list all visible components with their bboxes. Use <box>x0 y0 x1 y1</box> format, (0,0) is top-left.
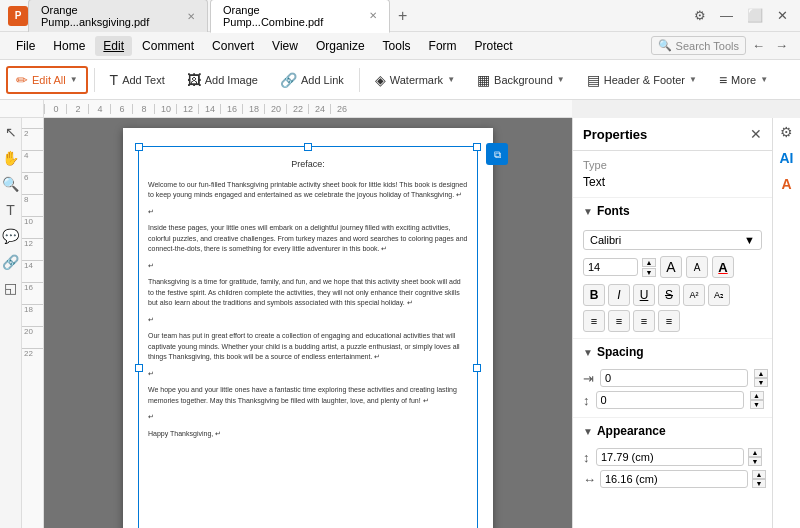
tool-cursor[interactable]: ↖ <box>3 122 19 142</box>
doc-para-6: ↵ <box>148 315 468 326</box>
tool-link[interactable]: 🔗 <box>0 252 21 272</box>
ruler-v-14: 14 <box>22 260 43 282</box>
bold-btn[interactable]: B <box>583 284 605 306</box>
more-button[interactable]: ≡ More ▼ <box>710 67 777 93</box>
add-link-icon: 🔗 <box>280 72 297 88</box>
win-minimize[interactable]: — <box>716 6 737 25</box>
font-size-input[interactable] <box>583 258 638 276</box>
height-input[interactable] <box>596 448 744 466</box>
window-controls: ⚙ — ⬜ ✕ <box>690 6 792 25</box>
underline-btn[interactable]: U <box>633 284 655 306</box>
menu-tools[interactable]: Tools <box>375 36 419 56</box>
font-color-btn[interactable]: A <box>712 256 734 278</box>
menu-back[interactable]: ← <box>748 36 769 55</box>
menu-comment[interactable]: Comment <box>134 36 202 56</box>
align-left-btn[interactable]: ≡ <box>583 310 605 332</box>
tool-hand[interactable]: ✋ <box>0 148 21 168</box>
tab-2[interactable]: Orange Pump...Combine.pdf ✕ <box>210 0 390 33</box>
win-close[interactable]: ✕ <box>773 6 792 25</box>
font-name-select[interactable]: Calibri ▼ <box>583 230 762 250</box>
handle-tr[interactable] <box>473 143 481 151</box>
doc-para-5: Thanksgiving is a time for gratitude, fa… <box>148 277 468 309</box>
italic-btn[interactable]: I <box>608 284 630 306</box>
content-area[interactable]: ⧉ Preface: Welcome to our fun-filled Tha… <box>44 118 572 528</box>
ruler-horizontal: 0 2 4 6 8 10 12 14 16 18 20 22 24 26 <box>44 100 572 118</box>
menu-forward[interactable]: → <box>771 36 792 55</box>
menu-edit[interactable]: Edit <box>95 36 132 56</box>
copy-icon[interactable]: ⧉ <box>486 143 508 165</box>
indent-left-input[interactable] <box>600 369 748 387</box>
tab-2-label: Orange Pump...Combine.pdf <box>223 4 363 28</box>
new-tab-button[interactable]: + <box>392 5 413 27</box>
height-up[interactable]: ▲ <box>748 448 762 457</box>
add-text-icon: T <box>110 72 119 88</box>
handle-tl[interactable] <box>135 143 143 151</box>
font-size-down[interactable]: ▼ <box>642 268 656 277</box>
fonts-header[interactable]: ▼ Fonts <box>573 198 772 224</box>
width-up[interactable]: ▲ <box>752 470 766 479</box>
watermark-button[interactable]: ◈ Watermark ▼ <box>366 67 464 93</box>
tab-1[interactable]: Orange Pump...anksgiving.pdf ✕ <box>28 0 208 32</box>
handle-mr[interactable] <box>473 364 481 372</box>
menu-convert[interactable]: Convert <box>204 36 262 56</box>
font-size-up[interactable]: ▲ <box>642 258 656 267</box>
doc-para-2: ↵ <box>148 207 468 218</box>
width-icon: ↔ <box>583 472 596 487</box>
align-justify-btn[interactable]: ≡ <box>658 310 680 332</box>
fonts-arrow: ▼ <box>583 206 593 217</box>
height-down[interactable]: ▼ <box>748 457 762 466</box>
indent-left-down[interactable]: ▼ <box>754 378 768 387</box>
tab-2-close[interactable]: ✕ <box>369 10 377 21</box>
tool-comment[interactable]: 💬 <box>0 226 21 246</box>
tool-layers[interactable]: ◱ <box>2 278 19 298</box>
height-icon: ↕ <box>583 450 592 465</box>
ruler-v-2: 2 <box>22 128 43 150</box>
far-right-btn-3[interactable]: A <box>779 174 793 194</box>
menu-organize[interactable]: Organize <box>308 36 373 56</box>
add-link-button[interactable]: 🔗 Add Link <box>271 67 353 93</box>
background-button[interactable]: ▦ Background ▼ <box>468 67 574 93</box>
title-bar: P Orange Pump...anksgiving.pdf ✕ Orange … <box>0 0 800 32</box>
search-icon: 🔍 <box>658 39 672 52</box>
properties-close[interactable]: ✕ <box>750 126 762 142</box>
header-footer-button[interactable]: ▤ Header & Footer ▼ <box>578 67 706 93</box>
tool-text[interactable]: T <box>4 200 17 220</box>
appearance-label: Appearance <box>597 424 666 438</box>
line-spacing-up[interactable]: ▲ <box>750 391 764 400</box>
add-image-button[interactable]: 🖼 Add Image <box>178 67 267 93</box>
handle-ml[interactable] <box>135 364 143 372</box>
tool-zoom[interactable]: 🔍 <box>0 174 21 194</box>
appearance-header[interactable]: ▼ Appearance <box>573 418 772 444</box>
font-size-small-btn[interactable]: A <box>686 256 708 278</box>
fonts-label: Fonts <box>597 204 630 218</box>
menu-file[interactable]: File <box>8 36 43 56</box>
menu-view[interactable]: View <box>264 36 306 56</box>
line-spacing-down[interactable]: ▼ <box>750 400 764 409</box>
far-right-btn-2[interactable]: AI <box>778 148 796 168</box>
menu-home[interactable]: Home <box>45 36 93 56</box>
font-size-large-btn[interactable]: A <box>660 256 682 278</box>
far-right-btn-1[interactable]: ⚙ <box>778 122 795 142</box>
tab-1-close[interactable]: ✕ <box>187 11 195 22</box>
menu-form[interactable]: Form <box>421 36 465 56</box>
add-text-button[interactable]: T Add Text <box>101 67 174 93</box>
edit-all-button[interactable]: ✏ Edit All ▼ <box>6 66 88 94</box>
ruler-v-8: 8 <box>22 194 43 216</box>
sep-1 <box>94 68 95 92</box>
spacing-header[interactable]: ▼ Spacing <box>573 339 772 365</box>
win-settings[interactable]: ⚙ <box>690 6 710 25</box>
menu-protect[interactable]: Protect <box>467 36 521 56</box>
win-maximize[interactable]: ⬜ <box>743 6 767 25</box>
align-right-btn[interactable]: ≡ <box>633 310 655 332</box>
ruler-right-space <box>572 100 800 118</box>
edit-icon: ✏ <box>16 72 28 88</box>
strikethrough-btn[interactable]: S <box>658 284 680 306</box>
superscript-btn[interactable]: A² <box>683 284 705 306</box>
handle-tc[interactable] <box>304 143 312 151</box>
indent-left-up[interactable]: ▲ <box>754 369 768 378</box>
subscript-btn[interactable]: A₂ <box>708 284 730 306</box>
line-spacing-input[interactable] <box>596 391 744 409</box>
align-center-btn[interactable]: ≡ <box>608 310 630 332</box>
width-input[interactable] <box>600 470 748 488</box>
width-down[interactable]: ▼ <box>752 479 766 488</box>
